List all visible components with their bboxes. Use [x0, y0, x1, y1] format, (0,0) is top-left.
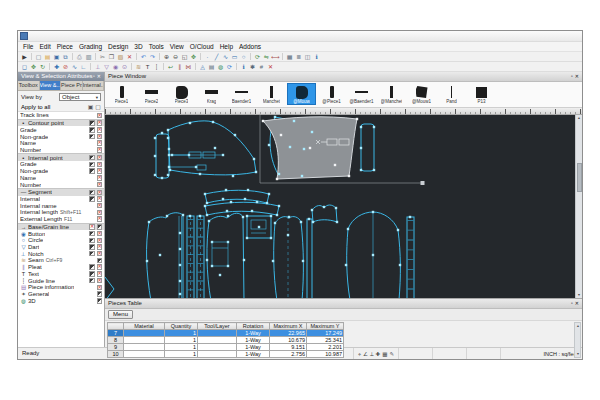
- piece-move-icon[interactable]: ✥: [29, 63, 38, 71]
- print-preview-icon[interactable]: ▥: [84, 53, 93, 61]
- piece-thumb-pand[interactable]: Pand: [437, 83, 466, 105]
- fill-toggle-icon[interactable]: [89, 190, 95, 196]
- fill-toggle-icon[interactable]: [89, 278, 95, 284]
- text-tool-icon[interactable]: T: [143, 63, 152, 71]
- paste-icon[interactable]: ▧: [116, 53, 125, 61]
- fill-toggle-icon[interactable]: [97, 224, 103, 230]
- menu-design[interactable]: Design: [105, 42, 131, 51]
- join-tool-icon[interactable]: ⋈: [184, 63, 193, 71]
- fill-toggle-icon[interactable]: [89, 162, 95, 168]
- menu-addons[interactable]: Addons: [236, 42, 264, 51]
- apply-fill-icon[interactable]: ▣: [88, 103, 94, 111]
- hide-toggle-icon[interactable]: ✕: [97, 278, 103, 284]
- piece-thumb-p13[interactable]: P13: [467, 83, 496, 105]
- hide-toggle-icon[interactable]: ✕: [89, 224, 95, 230]
- tab-internal[interactable]: Internal...: [83, 81, 105, 90]
- piece-thumb-manchet[interactable]: @Manchet: [377, 83, 406, 105]
- hide-toggle-icon[interactable]: ✕: [97, 120, 103, 126]
- pin-icon[interactable]: ▫: [571, 72, 573, 81]
- pattern-canvas[interactable]: ▲ ▼: [105, 115, 582, 298]
- hide-toggle-icon[interactable]: ✕: [97, 271, 103, 277]
- piece-rotate-icon[interactable]: ↻: [38, 63, 47, 71]
- point-tool-icon[interactable]: ∙: [203, 53, 212, 61]
- pin-icon[interactable]: ▫: [93, 72, 95, 81]
- hide-toggle-icon[interactable]: ✕: [97, 140, 103, 146]
- menu-file[interactable]: File: [20, 42, 36, 51]
- properties-icon[interactable]: ◫: [303, 53, 312, 61]
- drill-tool-icon[interactable]: ⊙: [120, 63, 129, 71]
- menu-edit[interactable]: Edit: [36, 42, 53, 51]
- menu-tools[interactable]: Tools: [146, 42, 167, 51]
- piece-thumb-piece3[interactable]: Piece3: [167, 83, 196, 105]
- layers-icon[interactable]: ≣: [294, 53, 303, 61]
- new-document-icon[interactable]: ▢: [34, 53, 43, 61]
- piece-thumb-piece2[interactable]: Piece2: [137, 83, 166, 105]
- hide-toggle-icon[interactable]: ✕: [97, 162, 103, 168]
- fill-toggle-icon[interactable]: [89, 244, 95, 250]
- pattern-piece-bodice-front-left[interactable]: [147, 213, 183, 298]
- zoom-in-icon[interactable]: ⊕: [162, 53, 171, 61]
- zoom-fit-icon[interactable]: ◱: [180, 53, 189, 61]
- apply-copy-icon[interactable]: ▢: [95, 103, 101, 111]
- snap-grid-icon[interactable]: #: [257, 63, 266, 71]
- menu-view[interactable]: View: [167, 42, 187, 51]
- piece-thumb-piece1[interactable]: Piece1: [107, 83, 136, 105]
- add-point-icon[interactable]: ✚: [52, 63, 61, 71]
- seam-tool-icon[interactable]: ≋: [134, 63, 143, 71]
- guide-tool-icon[interactable]: ┆: [152, 63, 161, 71]
- piece-thumb-baender1[interactable]: @Baender1: [347, 83, 376, 105]
- fill-toggle-icon[interactable]: [97, 258, 103, 264]
- pan-icon[interactable]: ✥: [189, 53, 198, 61]
- fill-toggle-icon[interactable]: [89, 238, 95, 244]
- pin-icon[interactable]: ▫: [571, 299, 573, 308]
- pattern-piece-collar-band-1[interactable]: [205, 190, 269, 203]
- fill-toggle-icon[interactable]: [89, 127, 95, 133]
- table-vertical-scrollbar[interactable]: ▲ ▼: [574, 322, 581, 358]
- rect-tool-icon[interactable]: ▭: [230, 53, 239, 61]
- circle-tool-icon[interactable]: ○: [239, 53, 248, 61]
- pattern-piece-cuff-left[interactable]: [156, 134, 169, 178]
- hide-toggle-icon[interactable]: ✕: [97, 251, 103, 257]
- print-icon[interactable]: ⎙: [75, 53, 84, 61]
- dart-tool-icon[interactable]: ▽: [102, 63, 111, 71]
- delete-point-icon[interactable]: ⊘: [61, 63, 70, 71]
- hide-toggle-icon[interactable]: ✕: [97, 190, 103, 196]
- close-icon[interactable]: ✕: [575, 299, 579, 308]
- fold-tool-icon[interactable]: ↩: [166, 63, 175, 71]
- corner-tool-icon[interactable]: ∟: [79, 63, 88, 71]
- table-row-9[interactable]: 911-Way9.1512.201: [108, 344, 344, 351]
- table-menu-button[interactable]: Menu: [108, 310, 133, 319]
- curve-tool-icon[interactable]: ∿: [221, 53, 230, 61]
- hide-toggle-icon[interactable]: ✕: [97, 127, 103, 133]
- piece-thumb-mouw[interactable]: @Mouw: [287, 83, 316, 105]
- hide-toggle-icon[interactable]: ✕: [97, 196, 103, 202]
- save-icon[interactable]: ▣: [52, 53, 61, 61]
- hide-toggle-icon[interactable]: ✕: [97, 264, 103, 270]
- hide-toggle-icon[interactable]: ✕: [97, 134, 103, 140]
- save-all-icon[interactable]: ⧉: [61, 53, 70, 61]
- piece-thumb-mouw1[interactable]: @Mouw1: [407, 83, 436, 105]
- fill-toggle-icon[interactable]: [89, 264, 95, 270]
- hide-toggle-icon[interactable]: ✕: [97, 203, 103, 209]
- hide-toggle-icon[interactable]: ✕: [97, 244, 103, 250]
- piece-select-icon[interactable]: ◻: [20, 63, 29, 71]
- zoom-out-icon[interactable]: ⊖: [171, 53, 180, 61]
- grade-tool-icon[interactable]: ◬: [198, 63, 207, 71]
- view-by-dropdown[interactable]: Object ▾: [59, 93, 101, 101]
- undo-icon[interactable]: ↶: [139, 53, 148, 61]
- menu-grading[interactable]: Grading: [76, 42, 105, 51]
- hide-toggle-icon[interactable]: ✕: [97, 113, 103, 119]
- options-icon[interactable]: ✱: [248, 63, 257, 71]
- smooth-tool-icon[interactable]: ∿: [70, 63, 79, 71]
- close-tool-icon[interactable]: ✕: [266, 63, 275, 71]
- hide-toggle-icon[interactable]: ✕: [97, 285, 103, 291]
- hide-toggle-icon[interactable]: ✕: [97, 175, 103, 181]
- fill-toggle-icon[interactable]: [97, 298, 103, 304]
- fill-toggle-icon[interactable]: [89, 120, 95, 126]
- menu-help[interactable]: Help: [217, 42, 236, 51]
- pattern-piece-placket-strips[interactable]: [187, 216, 204, 298]
- pattern-piece-bodice-center[interactable]: [207, 213, 244, 298]
- fill-toggle-icon[interactable]: [89, 155, 95, 161]
- hide-toggle-icon[interactable]: ✕: [97, 231, 103, 237]
- piece-thumb-krag[interactable]: Krag: [197, 83, 226, 105]
